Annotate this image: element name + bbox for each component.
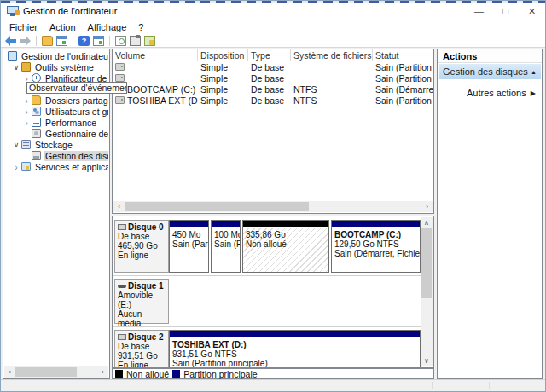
chevron-down-icon[interactable] xyxy=(12,141,20,149)
disk-pane-vertical-scrollbar[interactable]: ∧ ∨ xyxy=(421,217,433,366)
status-bar xyxy=(1,379,545,391)
toolbox-icon xyxy=(21,62,31,72)
column-disposition[interactable]: Disposition xyxy=(198,49,248,61)
minimize-button[interactable]: — xyxy=(466,3,492,20)
disk-management-icon xyxy=(32,151,41,160)
menu-action[interactable]: Action xyxy=(44,21,82,33)
collapse-section-icon[interactable] xyxy=(531,69,537,75)
tree-item-label: Performance xyxy=(44,118,98,128)
volume-icon xyxy=(115,63,125,71)
autres-actions-label: Autres actions xyxy=(467,88,526,98)
partition-recovery[interactable]: 450 Mo Sain (Partiti xyxy=(169,220,209,273)
tree-item-label: Utilisateurs et groupes l xyxy=(44,107,108,117)
disk-0-label[interactable]: Disque 0 De base 465,90 Go En ligne xyxy=(114,220,169,273)
computer-icon xyxy=(8,51,17,61)
actions-section-gestion-des-disques[interactable]: Gestion des disques xyxy=(439,64,541,79)
disk-size: 931,51 Go xyxy=(118,351,166,360)
chevron-down-icon[interactable] xyxy=(12,63,20,72)
cell-type: De base xyxy=(248,84,291,95)
title-bar[interactable]: Gestion de l'ordinateur — □ × xyxy=(1,3,545,20)
tree-item-computer-management[interactable]: Gestion de l'ordinateur (local) xyxy=(4,50,108,61)
volume-row[interactable]: TOSHIBA EXT (D:) Simple De base NTFS Sai… xyxy=(113,95,433,106)
tree-item-gestionnaire-peripheriques[interactable]: Gestionnaire de périphé xyxy=(4,128,108,139)
properties-icon[interactable] xyxy=(130,36,141,46)
volume-list-header: Volume Disposition Type Système de fichi… xyxy=(113,49,433,61)
autres-actions-item[interactable]: Autres actions xyxy=(438,86,542,100)
volume-row[interactable]: Simple De base Sain (Partition du systèm… xyxy=(113,72,433,84)
partition-toshiba[interactable]: TOSHIBA EXT (D:) 931,51 Go NTFS Sain (Pa… xyxy=(169,330,421,368)
volume-icon xyxy=(115,96,125,104)
scroll-down-icon[interactable]: ∨ xyxy=(421,355,433,366)
console-window-icon[interactable] xyxy=(56,36,67,46)
partition-status: Sain (Partiti xyxy=(172,239,208,249)
computer-management-window: Gestion de l'ordinateur — □ × Fichier Ac… xyxy=(0,0,546,392)
shared-folders-icon xyxy=(32,95,41,105)
volume-icon xyxy=(115,74,125,82)
back-icon[interactable] xyxy=(5,36,16,46)
main-pane: Volume Disposition Type Système de fichi… xyxy=(112,49,434,379)
column-type[interactable]: Type xyxy=(248,49,291,61)
disk-type: De base xyxy=(118,342,166,351)
scroll-up-icon[interactable]: ∧ xyxy=(421,217,433,228)
column-volume[interactable]: Volume xyxy=(113,49,198,61)
tree-item-tooltip: Observateur d'événements xyxy=(26,82,127,94)
cell-disposition: Simple xyxy=(198,73,248,84)
tree-item-utilisateurs[interactable]: Utilisateurs et groupes l xyxy=(4,106,108,117)
tree-horizontal-scrollbar[interactable]: ‹ › xyxy=(4,366,108,378)
partition-size: 129,50 Go NTFS xyxy=(334,239,420,249)
disk-row-2: Disque 2 De base 931,51 Go En ligne TOSH… xyxy=(113,327,421,368)
volume-row[interactable]: BOOTCAMP (C:) Simple De base NTFS Sain (… xyxy=(113,84,433,95)
status-divider xyxy=(432,382,433,389)
chevron-right-icon[interactable] xyxy=(22,118,31,128)
close-button[interactable]: × xyxy=(519,3,545,20)
disk-2-label[interactable]: Disque 2 De base 931,51 Go En ligne xyxy=(114,330,169,368)
scroll-left-icon[interactable]: ‹ xyxy=(4,366,15,378)
tree-item-dossiers-partages[interactable]: Dossiers partagés xyxy=(4,95,108,106)
cell-type: De base xyxy=(248,62,291,72)
window-title: Gestion de l'ordinateur xyxy=(23,6,117,16)
volume-list-horizontal-scrollbar[interactable]: ‹ › xyxy=(113,201,433,212)
legend-unallocated-label: Non alloué xyxy=(126,369,169,379)
tree-item-label: Gestion des disques xyxy=(44,151,108,161)
status-divider xyxy=(489,382,490,389)
partition-status: Sain (Démarrer, Fichier d'é xyxy=(334,249,420,258)
tree-item-stockage[interactable]: Stockage xyxy=(4,139,108,150)
tree-item-performance[interactable]: Performance xyxy=(4,117,108,128)
partition-legend: Non alloué Partition principale xyxy=(112,368,434,379)
console-window-icon[interactable] xyxy=(93,36,104,46)
partition-status: Non alloué xyxy=(246,239,328,249)
volume-name: TOSHIBA EXT (D:) xyxy=(127,95,198,106)
menu-affichage[interactable]: Affichage xyxy=(82,21,133,33)
column-filesystem[interactable]: Système de fichiers xyxy=(291,49,373,61)
partition-color-bar xyxy=(170,331,420,337)
scroll-right-icon[interactable]: › xyxy=(421,201,433,212)
tree-item-outils-systeme[interactable]: Outils système xyxy=(4,61,108,72)
tree-item-gestion-des-disques[interactable]: Gestion des disques xyxy=(4,150,108,161)
submenu-arrow-icon xyxy=(531,89,536,97)
help-icon[interactable]: ? xyxy=(78,36,90,46)
tree-item-services-applications[interactable]: Services et applications xyxy=(4,161,108,172)
scroll-left-icon[interactable]: ‹ xyxy=(113,201,125,212)
disk-status: En ligne xyxy=(118,251,166,260)
chevron-right-icon[interactable] xyxy=(22,95,31,106)
maximize-button[interactable]: □ xyxy=(492,3,519,20)
partition-bootcamp[interactable]: BOOTCAMP (C:) 129,50 Go NTFS Sain (Démar… xyxy=(331,220,421,273)
disk-1-label[interactable]: Disque 1 Amovible (E:) Aucun média xyxy=(114,279,169,324)
chevron-right-icon[interactable] xyxy=(22,107,31,117)
scroll-right-icon[interactable]: › xyxy=(97,366,108,378)
menu-fichier[interactable]: Fichier xyxy=(3,21,44,33)
chevron-right-icon[interactable] xyxy=(12,162,20,172)
disk-tools-icon[interactable] xyxy=(144,36,155,46)
forward-icon[interactable] xyxy=(20,36,31,46)
open-folder-icon[interactable] xyxy=(42,36,53,46)
scrollbar-thumb[interactable] xyxy=(421,228,432,298)
menu-help[interactable]: ? xyxy=(132,21,149,33)
partition-unallocated[interactable]: 335,86 Go Non alloué xyxy=(242,220,329,273)
scrollbar-thumb[interactable] xyxy=(125,202,309,211)
device-manager-icon xyxy=(32,129,41,138)
column-status[interactable]: Statut xyxy=(373,49,433,61)
partition-efi[interactable]: 100 Mo Sain (Pa xyxy=(211,220,241,273)
scrollbar-thumb[interactable] xyxy=(15,367,77,377)
refresh-icon[interactable] xyxy=(115,36,126,46)
volume-row[interactable]: Simple De base Sain (Partition de récupé… xyxy=(113,61,433,72)
